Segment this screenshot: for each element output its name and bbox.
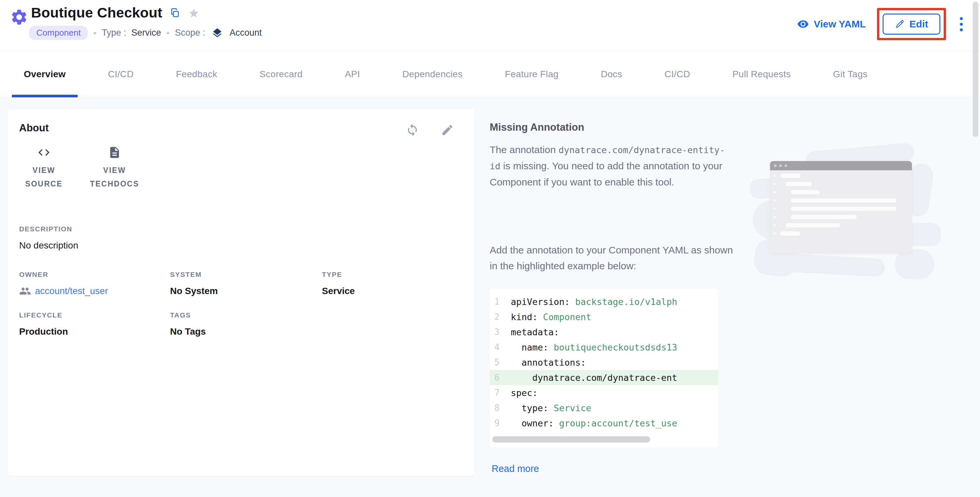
code-line: 4 name: boutiquecheckoutsdsds13 bbox=[490, 340, 718, 355]
code-horizontal-scrollbar[interactable] bbox=[492, 436, 650, 443]
edit-button[interactable]: Edit bbox=[883, 14, 940, 35]
tab[interactable]: Pull Requests bbox=[732, 51, 791, 97]
eye-icon bbox=[797, 18, 809, 30]
about-card-title: About bbox=[19, 122, 49, 134]
code-line: 1apiVersion: backstage.io/v1alph bbox=[490, 294, 718, 309]
tab[interactable]: Git Tags bbox=[833, 51, 868, 97]
view-techdocs-label: VIEW TECHDOCS bbox=[83, 164, 146, 191]
illustration-line bbox=[770, 198, 912, 203]
tab[interactable]: Docs bbox=[601, 51, 622, 97]
illustration-titlebar bbox=[770, 161, 912, 170]
line-number: 3 bbox=[490, 327, 511, 337]
illustration-line bbox=[770, 231, 912, 236]
illustration-line bbox=[770, 206, 912, 211]
type-field-value: Service bbox=[322, 286, 355, 296]
code-line: 9 owner: group:account/test_use bbox=[490, 416, 718, 431]
tab[interactable]: Feedback bbox=[176, 51, 217, 97]
code-brackets-icon bbox=[37, 146, 51, 159]
tags-label: TAGS bbox=[170, 311, 206, 319]
line-number: 1 bbox=[490, 297, 511, 306]
illustration-line bbox=[770, 173, 912, 179]
tab[interactable]: Dependencies bbox=[402, 51, 463, 97]
description-label: DESCRIPTION bbox=[19, 225, 78, 233]
illustration-line bbox=[770, 181, 912, 187]
pencil-icon bbox=[895, 19, 905, 29]
owner-value-link[interactable]: account/test_user bbox=[35, 286, 108, 296]
description-value: No description bbox=[19, 240, 78, 251]
view-yaml-label: View YAML bbox=[814, 19, 866, 30]
code-line: 6 dynatrace.com/dynatrace-ent bbox=[490, 370, 718, 385]
people-icon bbox=[19, 285, 31, 297]
read-more-link[interactable]: Read more bbox=[492, 463, 539, 474]
tab[interactable]: Overview bbox=[24, 51, 66, 97]
copy-icon[interactable] bbox=[170, 8, 180, 18]
missing-annotation-title: Missing Annotation bbox=[490, 121, 584, 133]
code-line: 2kind: Component bbox=[490, 309, 718, 324]
type-field-label: TYPE bbox=[322, 271, 355, 278]
code-window-illustration bbox=[749, 141, 958, 279]
system-value: No System bbox=[170, 286, 218, 296]
illustration-line bbox=[770, 189, 912, 195]
more-options-menu[interactable] bbox=[957, 14, 966, 34]
code-line: 3metadata: bbox=[490, 324, 718, 340]
illustration-line bbox=[770, 214, 912, 220]
entity-tab-bar: Overview CI/CD Feedback Scorecard API De… bbox=[0, 51, 980, 97]
refresh-icon[interactable] bbox=[406, 124, 419, 137]
line-number: 6 bbox=[490, 373, 511, 383]
lifecycle-value: Production bbox=[19, 326, 68, 337]
page-vertical-scrollbar[interactable] bbox=[973, 2, 978, 137]
owner-label: OWNER bbox=[19, 271, 108, 278]
line-number: 2 bbox=[490, 312, 511, 322]
entity-meta-row: Component • Type : Service • Scope : Acc… bbox=[29, 26, 262, 40]
line-number: 9 bbox=[490, 418, 511, 428]
lifecycle-label: LIFECYCLE bbox=[19, 311, 68, 319]
type-value: Service bbox=[131, 28, 161, 38]
tab[interactable]: API bbox=[345, 51, 360, 97]
component-gear-icon bbox=[10, 8, 29, 26]
tab[interactable]: CI/CD bbox=[108, 51, 134, 97]
edit-button-label: Edit bbox=[909, 19, 928, 30]
system-label: SYSTEM bbox=[170, 271, 218, 278]
scope-label: Scope : bbox=[175, 28, 205, 38]
content-area: About VIEW SOURCE VIEW TECHDOCS bbox=[0, 98, 980, 497]
tags-value: No Tags bbox=[170, 326, 206, 337]
edit-highlight-box: Edit bbox=[877, 8, 946, 40]
view-techdocs-button[interactable]: VIEW TECHDOCS bbox=[83, 146, 146, 191]
missing-annotation-panel: Missing Annotation The annotation dynatr… bbox=[490, 98, 962, 497]
view-yaml-button[interactable]: View YAML bbox=[797, 18, 866, 30]
code-line: 5 annotations: bbox=[490, 355, 718, 370]
separator-dot: • bbox=[166, 28, 170, 38]
illustration-window bbox=[770, 161, 912, 254]
page-title: Boutique Checkout bbox=[31, 5, 162, 21]
about-card: About VIEW SOURCE VIEW TECHDOCS bbox=[7, 109, 474, 476]
tab[interactable]: Scorecard bbox=[259, 51, 302, 97]
page-header: Boutique Checkout Component • Type : Ser… bbox=[0, 0, 980, 51]
edit-about-pencil-icon[interactable] bbox=[441, 124, 454, 137]
code-line: 8 type: Service bbox=[490, 400, 718, 416]
line-number: 5 bbox=[490, 357, 511, 367]
yaml-code-block: 1apiVersion: backstage.io/v1alph 2kind: … bbox=[490, 289, 718, 447]
type-label: Type : bbox=[102, 28, 126, 38]
tab[interactable]: Feature Flag bbox=[505, 51, 558, 97]
owner-link[interactable]: account/test_user bbox=[19, 285, 108, 297]
line-number: 7 bbox=[490, 388, 511, 398]
entity-kind-badge: Component bbox=[29, 26, 88, 40]
separator-dot: • bbox=[93, 28, 96, 38]
favorite-star-icon[interactable] bbox=[188, 6, 200, 19]
line-number: 4 bbox=[490, 342, 511, 352]
scope-layers-icon bbox=[212, 27, 223, 39]
document-icon bbox=[108, 146, 121, 159]
missing-annotation-body: The annotation dynatrace.com/dynatrace-e… bbox=[490, 142, 734, 190]
scope-value: Account bbox=[229, 28, 262, 38]
illustration-line bbox=[770, 222, 912, 228]
line-number: 8 bbox=[490, 403, 511, 413]
code-line: 7spec: bbox=[490, 385, 718, 400]
annotation-instruction: Add the annotation to your Component YAM… bbox=[490, 242, 734, 274]
view-source-label: VIEW SOURCE bbox=[19, 164, 69, 191]
tab[interactable]: CI/CD bbox=[664, 51, 690, 97]
view-source-button[interactable]: VIEW SOURCE bbox=[19, 146, 69, 191]
